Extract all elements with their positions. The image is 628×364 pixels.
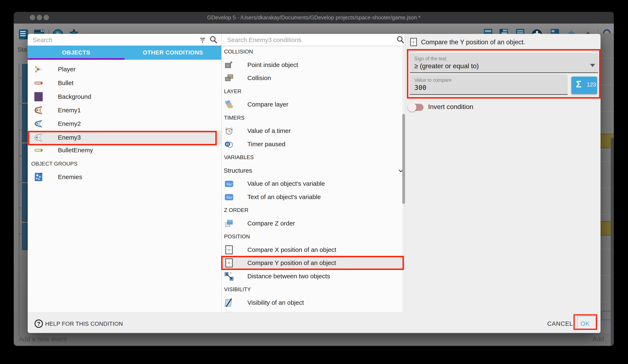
- section-z-order: Z ORDER: [224, 203, 403, 217]
- background-object-icon: [34, 92, 43, 101]
- condition-collision[interactable]: Collision: [222, 71, 405, 85]
- scene-tab-partial-label: Sta: [17, 46, 27, 53]
- events-sheet-left-edge: Sta: [14, 23, 28, 346]
- annotation-ok: [573, 314, 597, 330]
- point-inside-object-icon: [225, 60, 234, 69]
- player-object-icon: [34, 65, 43, 74]
- condition-timer-paused[interactable]: Timer paused: [222, 137, 405, 151]
- bulletenemy-object-icon: [34, 146, 43, 155]
- cancel-button[interactable]: CANCEL: [547, 320, 573, 327]
- event-cell: [22, 143, 28, 182]
- objects-tabbar: OBJECTS OTHER CONDITIONS: [28, 46, 221, 60]
- event-cell: [22, 64, 28, 103]
- object-groups-header: OBJECT GROUPS: [31, 157, 219, 171]
- invert-condition-label: Invert condition: [428, 103, 473, 111]
- visibility-icon: [225, 298, 234, 307]
- condition-text-object-variable[interactable]: Var Text of an object's variable: [222, 190, 405, 204]
- conditions-scrollbar-thumb[interactable]: [402, 114, 405, 204]
- help-for-condition-link[interactable]: HELP FOR THIS CONDITION: [45, 321, 123, 327]
- annotation-parameters: [407, 49, 601, 99]
- objects-panel: OBJECTS OTHER CONDITIONS Player Bullet B…: [28, 34, 221, 312]
- condition-partial-row: [222, 309, 405, 312]
- compare-z-order-icon: [225, 219, 234, 228]
- conditions-panel: COLLISION Point inside object Collision …: [221, 34, 405, 312]
- tab-objects[interactable]: OBJECTS: [28, 46, 125, 60]
- svg-text:Var: Var: [226, 195, 233, 199]
- bullet-object-icon: [34, 78, 43, 88]
- svg-text:?: ?: [230, 272, 232, 275]
- tab-other-conditions[interactable]: OTHER CONDITIONS: [125, 46, 221, 60]
- condition-compare-layer[interactable]: Compare layer: [222, 98, 405, 111]
- annotation-compare-y: [221, 256, 404, 270]
- var-icon: Var: [225, 179, 234, 188]
- structures-expander[interactable]: Structures: [222, 164, 405, 177]
- section-timers: TIMERS: [224, 111, 403, 124]
- condition-value-of-timer[interactable]: Value of a timer: [222, 124, 405, 137]
- section-layer: LAYER: [224, 85, 403, 98]
- conditions-search-divider: [221, 46, 405, 46]
- timer-paused-icon: [225, 140, 234, 149]
- add-new-event-link[interactable]: Add a new event: [19, 336, 67, 343]
- search-icon[interactable]: [396, 36, 404, 44]
- event-cell: [22, 104, 28, 142]
- section-variables: VARIABLES: [224, 151, 403, 164]
- condition-point-inside-object[interactable]: Point inside object: [222, 58, 405, 71]
- active-tab-underline: [28, 58, 125, 60]
- object-row-background[interactable]: Background: [28, 90, 221, 104]
- help-icon[interactable]: ?: [35, 319, 43, 328]
- events-scrollbar[interactable]: [611, 138, 614, 346]
- condition-compare-z-order[interactable]: Compare Z order: [222, 217, 405, 230]
- events-tree-line: [19, 64, 19, 336]
- titlebar: GDevelop 5 - /Users/dkarakay/Documents/G…: [14, 12, 614, 23]
- condition-compare-x-position[interactable]: Compare X position of an object: [222, 243, 405, 256]
- section-position: POSITION: [224, 230, 403, 243]
- enemy2-object-icon: [34, 119, 43, 128]
- add-short-link[interactable]: Add...: [593, 336, 610, 343]
- svg-text:Var: Var: [226, 182, 233, 186]
- object-row-bullet[interactable]: Bullet: [28, 76, 221, 90]
- objects-search-input[interactable]: [32, 35, 169, 45]
- condition-distance-between-objects[interactable]: ? Distance between two objects: [222, 270, 405, 283]
- objects-search-row: [28, 34, 221, 46]
- condition-title: Compare the Y position of an object.: [421, 39, 525, 46]
- enemy1-object-icon: [34, 106, 43, 115]
- object-row-enemy2[interactable]: Enemy2: [28, 117, 221, 131]
- group-row-enemies[interactable]: Enemies: [28, 170, 221, 184]
- compare-layer-icon: [225, 100, 234, 109]
- conditions-search-input[interactable]: [227, 35, 365, 45]
- section-collision: COLLISION: [224, 45, 403, 58]
- event-cell: [22, 183, 28, 222]
- enemies-group-icon: [34, 173, 43, 182]
- object-row-enemy1[interactable]: Enemy1: [28, 103, 221, 117]
- section-visibility: VISIBILITY: [224, 283, 403, 296]
- event-cell: [22, 223, 28, 250]
- compare-y-position-icon: [409, 38, 418, 46]
- var-icon: Var: [225, 192, 234, 202]
- window-title: GDevelop 5 - /Users/dkarakay/Documents/G…: [14, 12, 614, 23]
- invert-condition-toggle-thumb[interactable]: [408, 103, 416, 112]
- filter-icon[interactable]: [199, 36, 206, 44]
- annotation-enemy3: [28, 131, 217, 145]
- condition-value-object-variable[interactable]: Var Value of an object's variable: [222, 177, 405, 190]
- timer-icon: [225, 126, 234, 135]
- events-sheet-right-edge: [601, 33, 614, 333]
- distance-between-objects-icon: ?: [225, 272, 234, 281]
- condition-visibility-of-object[interactable]: Visibility of an object: [222, 296, 405, 309]
- screen: GDevelop 5 - /Users/dkarakay/Documents/G…: [0, 0, 628, 364]
- collision-icon: [225, 73, 234, 83]
- dialog-footer: ? HELP FOR THIS CONDITION CANCEL OK: [28, 312, 601, 333]
- compare-x-position-icon: [225, 245, 234, 254]
- conditions-search-row: [222, 34, 405, 46]
- search-icon[interactable]: [209, 36, 218, 44]
- object-row-player[interactable]: Player: [28, 62, 221, 76]
